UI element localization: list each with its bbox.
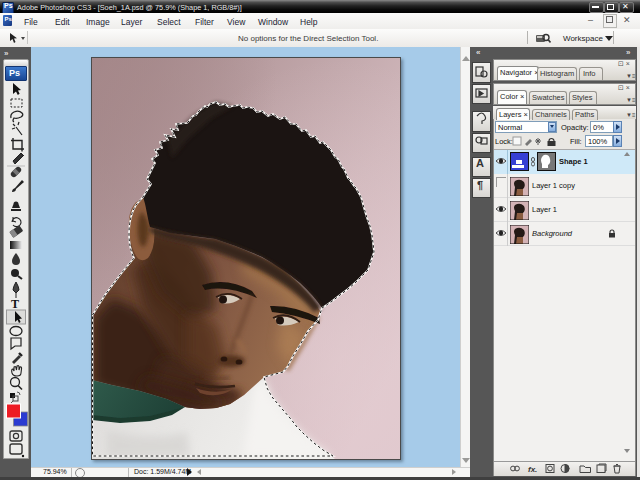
svg-text:fx.: fx.	[528, 465, 537, 474]
svg-text:A: A	[476, 157, 484, 169]
svg-text:T: T	[11, 297, 19, 311]
svg-text:¶: ¶	[477, 179, 483, 191]
